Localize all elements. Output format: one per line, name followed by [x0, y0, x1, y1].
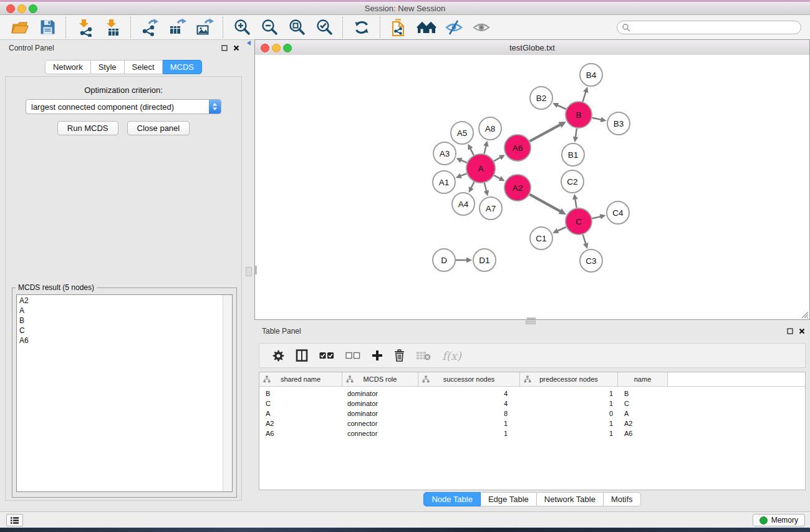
tab-select[interactable]: Select [125, 60, 163, 74]
criterion-select[interactable]: largest connected component (directed) [26, 99, 221, 114]
edge-C-C3[interactable] [583, 235, 586, 244]
column-header-successor-nodes[interactable]: successor nodes [418, 372, 520, 386]
show-columns-button[interactable] [296, 349, 308, 362]
edge-A-A5[interactable] [470, 148, 474, 155]
edge-A-A4[interactable] [471, 182, 474, 188]
tab-network-table[interactable]: Network Table [537, 492, 604, 506]
neighborhood-button[interactable] [415, 16, 438, 39]
create-column-button[interactable] [372, 350, 383, 361]
edge-A2-C[interactable] [529, 195, 561, 212]
close-panel-icon[interactable] [233, 45, 239, 51]
edge-A-A7[interactable] [485, 183, 486, 191]
edge-C-C2[interactable] [575, 199, 576, 208]
split-divider-arrow[interactable] [247, 41, 251, 46]
network-window-titlebar[interactable]: testGlobe.txt [255, 40, 809, 56]
open-session-button[interactable] [9, 16, 31, 39]
memory-button[interactable]: Memory [753, 514, 805, 526]
tab-node-table[interactable]: Node Table [423, 492, 481, 506]
mcds-result-item[interactable]: C [17, 326, 223, 336]
table-cell[interactable]: B [618, 390, 668, 397]
table-cell[interactable]: A2 [259, 420, 342, 427]
table-settings-button[interactable] [272, 350, 284, 362]
edge-B-B4[interactable] [583, 92, 586, 102]
table-cell[interactable]: 4 [418, 400, 520, 407]
table-cell[interactable]: 1 [520, 420, 618, 427]
delete-table-button[interactable] [416, 351, 431, 360]
float-panel-icon[interactable] [787, 328, 793, 334]
table-cell[interactable]: dominator [342, 390, 418, 397]
edge-A6-B[interactable] [529, 125, 561, 142]
edge-A-A8[interactable] [485, 145, 486, 153]
edge-A-A2[interactable] [494, 175, 500, 178]
table-row[interactable]: Adominator80A [259, 409, 805, 418]
network-canvas[interactable]: AA1A3A5A8A4A7A6A2BB1B2B3B4CC1C2C3C4DD1 [255, 55, 809, 319]
column-header-shared-name[interactable]: shared name [259, 372, 342, 386]
hide-selected-button[interactable] [443, 16, 465, 39]
table-cell[interactable]: 1 [418, 430, 520, 437]
float-panel-icon[interactable] [221, 45, 228, 51]
table-row[interactable]: Bdominator41B [259, 389, 805, 399]
tab-style[interactable]: Style [91, 60, 125, 74]
table-cell[interactable]: 1 [520, 390, 618, 397]
show-all-button[interactable] [470, 16, 493, 39]
search-input[interactable] [617, 21, 801, 34]
export-network-button[interactable] [138, 16, 161, 39]
table-cell[interactable]: connector [342, 420, 418, 427]
edge-C-C4[interactable] [592, 216, 601, 218]
table-cell[interactable]: 8 [418, 410, 520, 417]
table-cell[interactable]: 0 [520, 410, 618, 417]
export-table-button[interactable] [166, 16, 188, 39]
mcds-result-item[interactable]: A2 [17, 296, 223, 306]
table-cell[interactable]: dominator [342, 410, 418, 417]
table-cell[interactable]: dominator [342, 400, 418, 407]
import-table-button[interactable] [101, 16, 123, 39]
tab-mcds[interactable]: MCDS [163, 60, 202, 74]
network-from-selection-button[interactable] [388, 16, 410, 39]
function-builder-button[interactable]: f(x) [442, 349, 461, 362]
resize-grip-icon[interactable] [801, 311, 809, 319]
edge-A-A3[interactable] [461, 160, 467, 163]
table-cell[interactable]: A6 [618, 430, 668, 437]
table-cell[interactable]: connector [342, 430, 418, 437]
edge-A-A6[interactable] [494, 157, 501, 161]
zoom-selected-button[interactable] [313, 16, 335, 39]
table-cell[interactable]: A [259, 410, 342, 417]
edge-B-B1[interactable] [576, 128, 577, 138]
mcds-result-item[interactable]: A [17, 306, 223, 316]
table-cell[interactable]: A [618, 410, 668, 417]
table-row[interactable]: A2connector11A2 [259, 418, 805, 428]
column-header-name[interactable]: name [618, 372, 668, 386]
tab-motifs[interactable]: Motifs [604, 492, 641, 506]
deselect-all-button[interactable] [345, 352, 360, 359]
tab-edge-table[interactable]: Edge Table [481, 492, 537, 506]
table-cell[interactable]: C [259, 400, 342, 407]
table-cell[interactable]: B [259, 390, 342, 397]
refresh-layout-button[interactable] [350, 16, 373, 39]
table-cell[interactable]: 4 [418, 390, 520, 397]
zoom-out-button[interactable] [258, 16, 281, 39]
close-panel-icon[interactable] [799, 328, 805, 334]
table-cell[interactable]: C [618, 400, 668, 407]
mcds-result-item[interactable]: B [17, 316, 223, 326]
vertical-split-handle[interactable] [246, 267, 252, 276]
tab-network[interactable]: Network [45, 60, 91, 74]
table-cell[interactable]: 1 [418, 420, 520, 427]
table-row[interactable]: A6connector11A6 [259, 428, 805, 438]
edge-C-C1[interactable] [557, 227, 566, 231]
select-all-button[interactable] [319, 352, 334, 359]
zoom-in-button[interactable] [231, 16, 253, 39]
edge-B-B2[interactable] [557, 105, 566, 110]
table-cell[interactable]: 1 [520, 430, 618, 437]
table-cell[interactable]: A6 [259, 430, 342, 437]
mcds-result-item[interactable]: A6 [17, 336, 223, 346]
import-network-button[interactable] [74, 16, 96, 39]
table-row[interactable]: Cdominator41C [259, 399, 805, 409]
zoom-fit-button[interactable] [286, 16, 308, 39]
edge-B-B3[interactable] [592, 118, 602, 120]
run-mcds-button[interactable]: Run MCDS [57, 121, 118, 135]
table-cell[interactable]: 1 [520, 400, 618, 407]
delete-columns-button[interactable] [394, 349, 405, 362]
table-cell[interactable]: A2 [618, 420, 668, 427]
edge-A-A1[interactable] [460, 173, 466, 176]
result-list-scrollbar[interactable] [223, 295, 232, 491]
